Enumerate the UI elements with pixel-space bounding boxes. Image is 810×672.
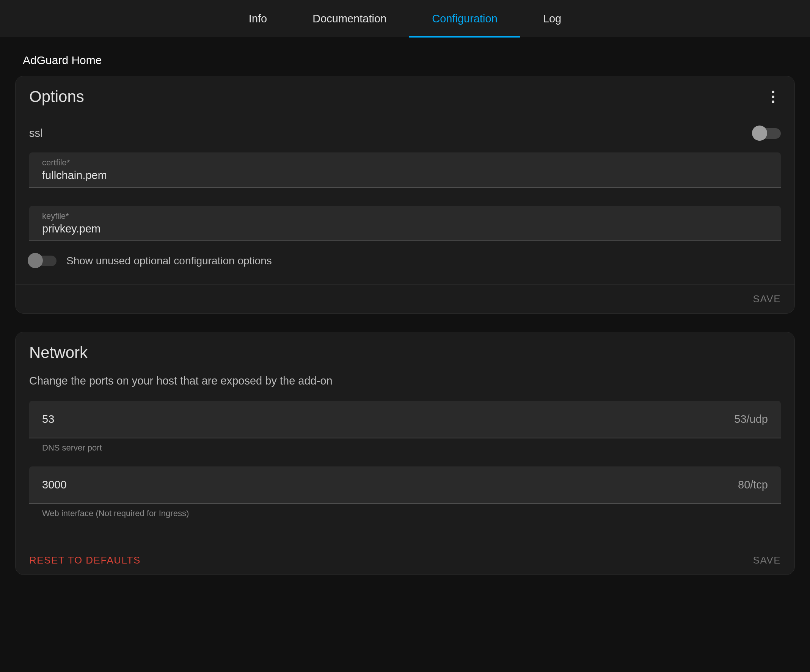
port-field-1[interactable]: 3000 80/tcp [29,466,781,504]
port-field-0[interactable]: 53 53/udp [29,401,781,438]
certfile-value[interactable]: fullchain.pem [42,169,768,182]
tab-documentation[interactable]: Documentation [290,0,409,37]
keyfile-value[interactable]: privkey.pem [42,223,768,235]
port-proto-1: 80/tcp [738,479,768,491]
tab-log[interactable]: Log [520,0,584,37]
tab-info[interactable]: Info [226,0,290,37]
port-helper-0: DNS server port [29,438,781,466]
keyfile-label: keyfile* [42,211,768,221]
port-helper-1: Web interface (Not required for Ingress) [29,504,781,532]
network-subtitle: Change the ports on your host that are e… [29,375,781,401]
options-card: Options ssl certfile* fullchain.pem keyf… [15,76,795,314]
network-save-button[interactable]: SAVE [753,554,781,566]
show-unused-label: Show unused optional configuration optio… [66,255,272,267]
network-card: Network Change the ports on your host th… [15,332,795,575]
certfile-label: certfile* [42,158,768,168]
tab-bar: Info Documentation Configuration Log [0,0,810,38]
page-title: AdGuard Home [15,47,795,76]
show-unused-toggle[interactable] [29,256,56,266]
certfile-field[interactable]: certfile* fullchain.pem [29,152,781,188]
page-content: AdGuard Home Options ssl certfile* fullc… [0,38,810,608]
port-value-1[interactable]: 3000 [42,479,67,491]
options-save-button[interactable]: SAVE [753,293,781,305]
reset-defaults-button[interactable]: RESET TO DEFAULTS [29,554,141,566]
options-title: Options [29,88,84,106]
ssl-label: ssl [29,127,42,140]
port-value-0[interactable]: 53 [42,413,54,425]
network-title: Network [29,344,88,362]
port-proto-0: 53/udp [734,413,768,425]
tab-configuration[interactable]: Configuration [409,0,520,37]
keyfile-field[interactable]: keyfile* privkey.pem [29,206,781,241]
dots-vertical-icon[interactable] [765,89,781,105]
ssl-toggle[interactable] [754,128,781,139]
